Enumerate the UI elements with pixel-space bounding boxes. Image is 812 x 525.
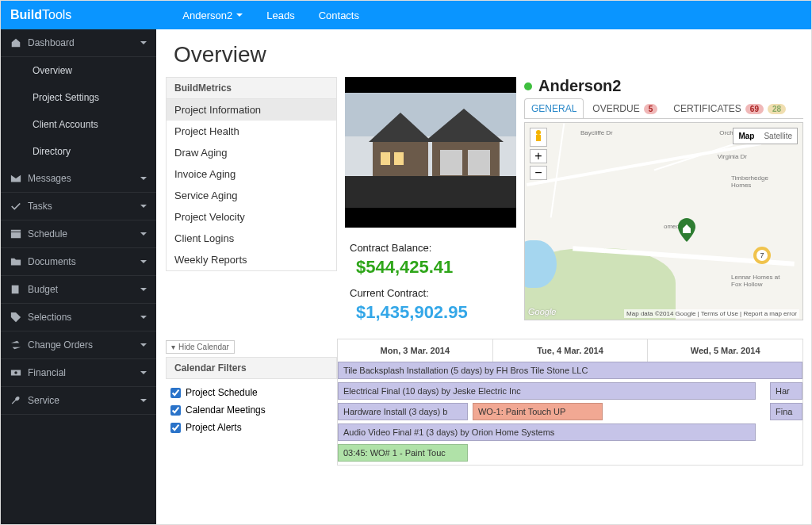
metrics-item-project-health[interactable]: Project Health <box>167 121 336 142</box>
calendar-event[interactable]: WO-1: Paint Touch UP <box>473 403 603 420</box>
folder-icon <box>10 256 21 267</box>
mail-icon <box>10 173 21 184</box>
calendar-event[interactable]: Fina <box>770 403 802 420</box>
svg-point-3 <box>14 371 17 374</box>
map-zoom-out[interactable]: − <box>530 166 547 180</box>
map-poi-label: Timberhedge Homes <box>731 174 779 189</box>
calendar-icon <box>10 228 21 240</box>
topnav-project-dropdown[interactable]: Anderson2 <box>182 10 243 21</box>
map[interactable]: Baycliffe Dr Orchid Ln Virginia Dr Timbe… <box>524 122 803 320</box>
project-header: Anderson2 <box>524 77 803 95</box>
checkbox[interactable] <box>170 423 181 433</box>
map-road <box>550 123 565 217</box>
metrics-item-draw-aging[interactable]: Draw Aging <box>167 142 336 163</box>
svg-rect-5 <box>345 93 516 136</box>
status-dot-icon <box>524 82 532 90</box>
content: Overview BuildMetrics Project Informatio… <box>156 29 811 525</box>
tab-certificates[interactable]: CERTIFICATES6928 <box>666 98 793 118</box>
tab-overdue[interactable]: OVERDUE5 <box>585 98 665 118</box>
filter-calendar-meetings[interactable]: Calendar Meetings <box>169 401 334 419</box>
calendar: Mon, 3 Mar. 2014 Tue, 4 Mar. 2014 Wed, 5… <box>337 339 803 466</box>
sidebar-sub-project-settings[interactable]: Project Settings <box>1 84 156 111</box>
map-street-label: Baycliffe Dr <box>580 129 613 136</box>
chevron-down-icon <box>140 205 147 208</box>
svg-rect-7 <box>345 176 516 212</box>
metrics-item-weekly-reports[interactable]: Weekly Reports <box>167 249 336 270</box>
metrics-item-client-logins[interactable]: Client Logins <box>167 228 336 249</box>
logo: BuildTools <box>10 8 71 22</box>
calendar-event[interactable]: Har <box>770 382 802 400</box>
contract-balance-label: Contract Balance: <box>350 242 511 254</box>
tab-general[interactable]: GENERAL <box>524 98 584 118</box>
book-icon <box>10 284 21 295</box>
map-pin-icon <box>678 218 695 247</box>
svg-rect-14 <box>440 150 462 175</box>
map-pegman[interactable] <box>530 128 547 147</box>
sidebar-item-tasks[interactable]: Tasks <box>1 193 156 220</box>
sidebar: Dashboard Overview Project Settings Clie… <box>1 29 156 525</box>
certs-badge-2: 28 <box>768 104 786 114</box>
sidebar-item-documents[interactable]: Documents <box>1 248 156 276</box>
map-type-map[interactable]: Map <box>733 128 759 144</box>
svg-rect-15 <box>468 150 490 175</box>
calendar-day-header: Wed, 5 Mar. 2014 <box>647 339 802 362</box>
calendar-day-header: Tue, 4 Mar. 2014 <box>492 339 648 362</box>
map-google-logo: Google <box>528 307 556 316</box>
project-name: Anderson2 <box>538 77 621 95</box>
sidebar-item-selections[interactable]: Selections <box>1 304 156 331</box>
map-type-switch: Map Satellite <box>733 128 798 144</box>
overdue-badge: 5 <box>644 104 658 114</box>
tag-icon <box>10 312 21 323</box>
project-photo <box>345 77 516 228</box>
calendar-event[interactable]: 03:45: WO# 1 - Paint Touc <box>338 444 468 462</box>
sidebar-item-budget[interactable]: Budget <box>1 276 156 304</box>
metrics-item-project-info[interactable]: Project Information <box>167 99 336 121</box>
calendar-event[interactable]: Electrical Final (10 days) by Jeske Elec… <box>338 382 756 400</box>
swap-icon <box>10 339 21 351</box>
map-road <box>527 142 761 186</box>
svg-rect-12 <box>381 152 390 165</box>
sidebar-sub-directory[interactable]: Directory <box>1 138 156 165</box>
chevron-down-icon <box>140 371 147 374</box>
metrics-list: Project Information Project Health Draw … <box>166 99 337 271</box>
chevron-down-icon <box>140 399 147 402</box>
sidebar-sub-overview[interactable]: Overview <box>1 57 156 84</box>
sidebar-item-messages[interactable]: Messages <box>1 165 156 193</box>
chevron-down-icon <box>140 260 147 263</box>
metrics-item-service-aging[interactable]: Service Aging <box>167 185 336 206</box>
chevron-down-icon <box>140 177 147 180</box>
hide-calendar-button[interactable]: ▾Hide Calendar <box>166 340 235 354</box>
metrics-item-invoice-aging[interactable]: Invoice Aging <box>167 163 336 185</box>
current-contract-label: Current Contract: <box>350 287 511 299</box>
chevron-down-icon <box>140 232 147 236</box>
checkbox[interactable] <box>170 405 181 416</box>
home-icon <box>10 37 21 48</box>
calendar-event[interactable]: Hardware Install (3 days) b <box>338 403 468 420</box>
sidebar-item-schedule[interactable]: Schedule <box>1 220 156 248</box>
money-icon <box>10 367 21 378</box>
sidebar-item-service[interactable]: Service <box>1 387 156 415</box>
metrics-item-project-velocity[interactable]: Project Velocity <box>167 206 336 228</box>
filter-project-alerts[interactable]: Project Alerts <box>169 419 334 436</box>
calendar-event[interactable]: Audio Video Final #1 (3 days) by Orion H… <box>338 423 756 441</box>
svg-rect-18 <box>536 135 541 141</box>
topnav-leads[interactable]: Leads <box>266 10 294 21</box>
chevron-down-icon <box>140 316 147 319</box>
calendar-event[interactable]: Tile Backsplash Installation (5 days) by… <box>338 362 802 379</box>
page-title: Overview <box>156 29 811 77</box>
wrench-icon <box>10 395 21 406</box>
sidebar-item-change-orders[interactable]: Change Orders <box>1 331 156 359</box>
filter-project-schedule[interactable]: Project Schedule <box>169 384 334 401</box>
chevron-down-icon <box>140 288 147 291</box>
map-type-satellite[interactable]: Satellite <box>759 128 797 144</box>
sidebar-sub-client-accounts[interactable]: Client Accounts <box>1 111 156 138</box>
topnav-contacts[interactable]: Contacts <box>319 10 359 21</box>
certs-badge-1: 69 <box>745 104 764 114</box>
sidebar-item-dashboard[interactable]: Dashboard <box>1 29 156 57</box>
checkbox[interactable] <box>170 388 181 398</box>
calendar-day-header: Mon, 3 Mar. 2014 <box>338 339 492 362</box>
map-zoom-in[interactable]: + <box>530 149 547 163</box>
check-icon <box>10 201 21 212</box>
metrics-header: BuildMetrics <box>166 77 337 99</box>
sidebar-item-financial[interactable]: Financial <box>1 359 156 387</box>
